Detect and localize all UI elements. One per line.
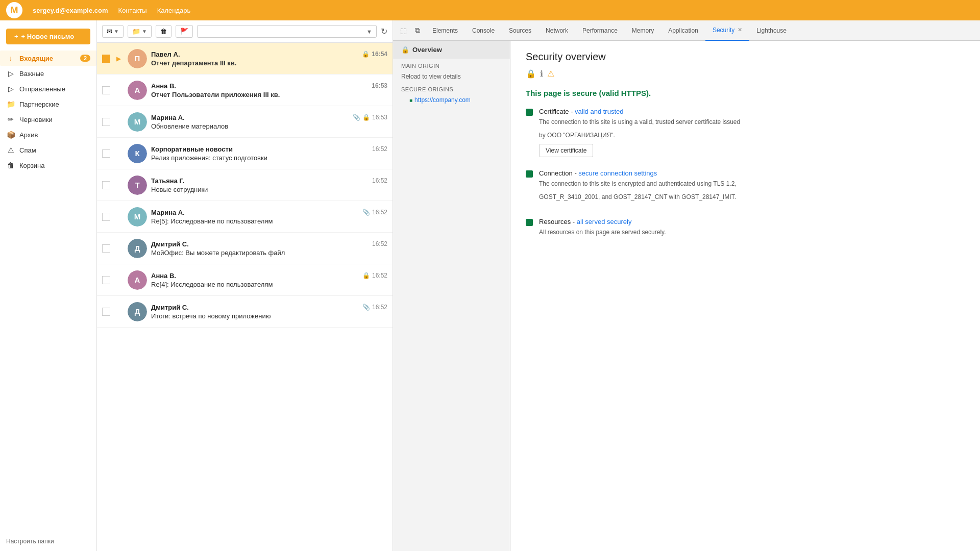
nav-contacts[interactable]: Контакты xyxy=(118,7,147,14)
email-row[interactable]: К Корпоративные новости 16:52 Релиз прил… xyxy=(97,138,393,169)
view-certificate-button[interactable]: View certificate xyxy=(539,144,593,157)
email-checkbox[interactable] xyxy=(102,55,110,63)
search-input[interactable] xyxy=(202,28,363,35)
trash-icon: 🗑 xyxy=(6,161,15,169)
email-row[interactable]: А Анна В. 16:53 Отчет Пользователи прило… xyxy=(97,74,393,106)
tab-network[interactable]: Network xyxy=(538,20,575,41)
tab-security-close[interactable]: ✕ xyxy=(738,27,742,33)
security-overview-item[interactable]: 🔒 Overview xyxy=(393,41,510,59)
secure-origin-link[interactable]: ■ https://company.com xyxy=(409,96,502,104)
sender-name: Дмитрий С. xyxy=(151,304,189,311)
email-content: Корпоративные новости 16:52 Релиз прилож… xyxy=(151,145,387,162)
security-overview-label: Overview xyxy=(412,46,442,54)
security-info-icon[interactable]: ℹ xyxy=(540,69,543,79)
connection-link[interactable]: secure connection settings xyxy=(578,169,657,177)
sidebar-item-archive[interactable]: 📦 Архив xyxy=(0,127,96,142)
inbox-badge: 2 xyxy=(80,55,90,62)
checkbox-area xyxy=(102,308,112,316)
email-subject: Обновление материалов xyxy=(151,122,387,130)
move-to-folder-button[interactable]: ✉ ▼ xyxy=(102,25,124,38)
tab-performance[interactable]: Performance xyxy=(575,20,625,41)
sender-name: Корпоративные новости xyxy=(151,145,233,153)
tab-memory[interactable]: Memory xyxy=(625,20,661,41)
avatar-circle: А xyxy=(128,81,147,100)
tab-sources[interactable]: Sources xyxy=(502,20,538,41)
nav-calendar[interactable]: Календарь xyxy=(157,7,191,14)
tab-security[interactable]: Security ✕ xyxy=(705,20,749,41)
folder-button[interactable]: 📁 ▼ xyxy=(128,25,152,38)
sidebar-item-label: Спам xyxy=(19,146,36,154)
tab-console[interactable]: Console xyxy=(465,20,502,41)
security-warning-icon[interactable]: ⚠ xyxy=(547,69,554,79)
avatar: М xyxy=(128,207,147,227)
email-checkbox[interactable] xyxy=(102,308,110,316)
secure-origin-item[interactable]: ■ https://company.com xyxy=(393,94,510,106)
resources-link[interactable]: all served securely xyxy=(577,218,632,226)
certificate-title: Certificate - valid and trusted xyxy=(539,108,740,115)
sidebar-item-label: Отправленные xyxy=(19,85,65,93)
email-content: Дмитрий С. 16:52 МойОфис: Вы можете реда… xyxy=(151,240,387,257)
sender-name: Павел А. xyxy=(151,51,180,58)
email-row[interactable]: Д Дмитрий С. 16:52 МойОфис: Вы можете ре… xyxy=(97,233,393,264)
email-row[interactable]: Т Татьяна Г. 16:52 Новые сотрудники xyxy=(97,169,393,201)
email-header-row: Анна В. 🔒 16:52 xyxy=(151,272,387,280)
email-header-row: Анна В. 16:53 xyxy=(151,82,387,90)
email-subject: Re[5]: Исследование по пользователям xyxy=(151,217,387,225)
security-icons-row: 🔒 ℹ ⚠ xyxy=(526,69,965,79)
email-checkbox[interactable] xyxy=(102,181,110,189)
avatar: М xyxy=(128,112,147,132)
tab-lighthouse-label: Lighthouse xyxy=(756,27,787,34)
email-checkbox[interactable] xyxy=(102,276,110,284)
tab-lighthouse[interactable]: Lighthouse xyxy=(749,20,794,41)
resources-label: Resources xyxy=(539,218,571,226)
refresh-button[interactable]: ↻ xyxy=(381,27,387,36)
email-checkbox[interactable] xyxy=(102,213,110,221)
reload-to-view-text: Reload to view details xyxy=(393,71,510,82)
tab-sources-label: Sources xyxy=(509,27,531,34)
sender-name: Марина А. xyxy=(151,114,185,121)
checkbox-area xyxy=(102,213,112,221)
configure-folders[interactable]: Настроить папки xyxy=(0,532,96,551)
sidebar-item-partners[interactable]: 📁 Партнерские xyxy=(0,96,96,112)
sidebar-item-inbox[interactable]: ↓ Входящие 2 xyxy=(0,51,96,66)
sender-name: Марина А. xyxy=(151,209,185,216)
search-dropdown-arrow[interactable]: ▼ xyxy=(366,29,372,35)
sidebar-item-spam[interactable]: ⚠ Спам xyxy=(0,142,96,158)
avatar-circle: Д xyxy=(128,302,147,321)
compose-button[interactable]: + + Новое письмо xyxy=(6,29,90,44)
certificate-link[interactable]: valid and trusted xyxy=(575,108,623,115)
delete-button[interactable]: 🗑 xyxy=(156,25,172,38)
devtools-device-button[interactable]: ⧉ xyxy=(413,24,422,37)
tab-elements[interactable]: Elements xyxy=(425,20,465,41)
sent-icon: ▷ xyxy=(6,85,15,93)
avatar: Д xyxy=(128,239,147,258)
email-row[interactable]: М Марина А. 📎 16:52 Re[5]: Исследование … xyxy=(97,201,393,233)
email-row[interactable]: М Марина А. 📎 🔒 16:53 Обновление материа… xyxy=(97,106,393,138)
devtools-inspect-button[interactable]: ⬚ xyxy=(398,24,409,37)
resources-desc1: All resources on this page are served se… xyxy=(539,228,666,237)
flag-button[interactable]: 🚩 xyxy=(176,25,193,38)
sidebar-item-sent[interactable]: ▷ Отправленные xyxy=(0,81,96,96)
sidebar-item-label: Входящие xyxy=(19,55,53,62)
certificate-desc2: by ООО "ОРГАНИЗАЦИЯ". xyxy=(539,131,740,140)
email-checkbox[interactable] xyxy=(102,244,110,253)
email-row[interactable]: ▶ П Павел А. 🔒 16:54 Отчет департамента … xyxy=(97,43,393,74)
email-row[interactable]: А Анна В. 🔒 16:52 Re[4]: Исследование по… xyxy=(97,264,393,296)
certificate-bullet xyxy=(526,109,533,116)
sidebar-item-trash[interactable]: 🗑 Корзина xyxy=(0,158,96,173)
sidebar-item-important[interactable]: ▷ Важные xyxy=(0,66,96,81)
email-checkbox[interactable] xyxy=(102,149,110,158)
avatar: А xyxy=(128,270,147,290)
app-logo: M xyxy=(6,2,22,18)
connection-title: Connection - secure connection settings xyxy=(539,169,737,177)
email-row[interactable]: Д Дмитрий С. 📎 16:52 Итоги: встреча по н… xyxy=(97,296,393,328)
email-checkbox[interactable] xyxy=(102,118,110,126)
email-checkbox[interactable] xyxy=(102,86,110,94)
tab-application[interactable]: Application xyxy=(661,20,705,41)
sidebar-item-drafts[interactable]: ✏ Черновики xyxy=(0,112,96,127)
important-icon: ▷ xyxy=(6,69,15,78)
security-lock-icon[interactable]: 🔒 xyxy=(526,69,536,79)
avatar: Т xyxy=(128,176,147,195)
email-subject: Релиз приложения: статус подготовки xyxy=(151,154,387,162)
avatar-circle: М xyxy=(128,112,147,132)
